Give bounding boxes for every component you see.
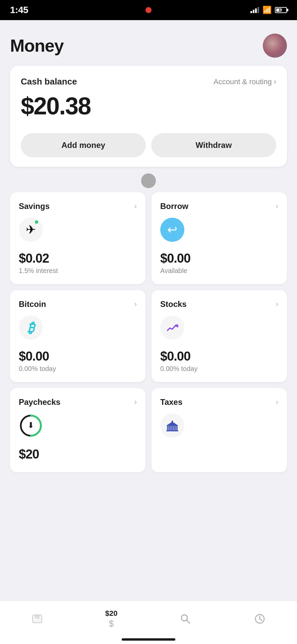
borrow-subtitle: Available [160,267,278,275]
nav-item-home[interactable] [24,610,50,627]
nav-item-history[interactable] [247,610,273,627]
recording-indicator [145,7,152,13]
taxes-card[interactable]: Taxes › [152,388,287,472]
battery-icon: 62 [275,7,287,13]
svg-rect-10 [166,430,178,431]
stocks-subtitle: 0.00% today [160,365,278,373]
add-money-button[interactable]: Add money [21,133,146,157]
status-time: 1:45 [10,5,28,15]
dollar-icon: $ [106,619,117,629]
bitcoin-amount: $0.00 [19,349,137,364]
savings-icon-wrap: ✈ [19,218,43,242]
signal-icon [250,7,259,13]
svg-rect-13 [35,615,40,619]
savings-card-title: Savings [19,202,50,211]
wifi-icon: 📶 [262,6,272,14]
stocks-chart-icon [166,322,178,334]
savings-card-header: Savings › [19,202,137,211]
taxes-icon-wrap [160,414,184,438]
scroll-indicator [10,173,287,188]
borrow-amount: $0.00 [160,251,278,266]
avatar[interactable] [263,34,287,58]
savings-borrow-grid: Savings › ✈ $0.02 1.5% interest Borrow ›… [10,192,287,284]
borrow-card-title: Borrow [160,202,188,211]
home-indicator [122,638,175,641]
paychecks-icon-wrap: ⬇ [19,414,43,438]
stocks-amount: $0.00 [160,349,278,364]
paychecks-progress-icon: ⬇ [19,414,43,438]
bottom-nav: $20 $ [0,601,297,644]
home-icon [31,612,44,625]
taxes-card-header: Taxes › [160,397,278,407]
scroll-dot [141,173,156,188]
svg-rect-9 [172,421,173,422]
svg-rect-6 [173,426,174,430]
svg-text:$: $ [109,619,114,629]
cash-balance-card: Cash balance Account & routing › $20.38 … [10,66,287,167]
bitcoin-card[interactable]: Bitcoin › ₿ $0.00 0.00% today [10,290,145,382]
paychecks-chevron-icon: › [134,398,137,407]
paychecks-taxes-grid: Paychecks › ⬇ $20 Taxes › [10,388,287,472]
history-icon [253,612,266,625]
paychecks-card[interactable]: Paychecks › ⬇ $20 [10,388,145,472]
paychecks-amount: $20 [19,447,137,462]
borrow-chevron-icon: › [276,202,278,211]
account-routing-chevron: › [274,77,276,86]
airplane-icon: ✈ [26,223,36,237]
paychecks-card-header: Paychecks › [19,397,137,407]
savings-amount: $0.02 [19,251,137,266]
status-notch [112,2,185,18]
status-icons: 📶 62 [250,6,287,14]
bitcoin-chevron-icon: › [134,300,137,309]
svg-rect-7 [175,426,177,430]
bitcoin-card-title: Bitcoin [19,300,46,309]
cash-actions: Add money Withdraw [21,133,276,157]
bitcoin-card-header: Bitcoin › [19,300,137,309]
savings-active-dot [35,220,38,224]
stocks-card-title: Stocks [160,300,187,309]
search-icon [179,612,192,625]
svg-text:⬇: ⬇ [27,421,34,430]
taxes-card-title: Taxes [160,397,182,407]
app-content: Money Cash balance Account & routing › $… [0,20,297,472]
svg-rect-5 [170,426,172,430]
withdraw-button[interactable]: Withdraw [151,133,276,157]
borrow-card[interactable]: Borrow › ↩ $0.00 Available [152,192,287,284]
bitcoin-stocks-grid: Bitcoin › ₿ $0.00 0.00% today Stocks › $… [10,290,287,382]
borrow-card-header: Borrow › [160,202,278,211]
cash-balance-label: Cash balance [21,76,77,87]
borrow-icon-wrap: ↩ [160,218,184,242]
svg-line-16 [187,620,190,623]
stocks-card-header: Stocks › [160,300,278,309]
bitcoin-icon-wrap: ₿ [19,316,43,340]
page-title: Money [10,36,64,56]
bitcoin-icon: ₿ [27,320,34,335]
bitcoin-subtitle: 0.00% today [19,365,137,373]
cash-amount: $20.38 [21,92,276,120]
borrow-arrow-icon: ↩ [167,223,177,237]
savings-chevron-icon: › [134,202,137,211]
status-bar: 1:45 📶 62 [0,0,297,20]
header: Money [10,27,287,66]
government-building-icon [166,420,179,432]
stocks-card[interactable]: Stocks › $0.00 0.00% today [152,290,287,382]
savings-card[interactable]: Savings › ✈ $0.02 1.5% interest [10,192,145,284]
cash-balance-top: Cash balance Account & routing › [21,76,276,87]
stocks-icon-wrap [160,316,184,340]
svg-line-19 [260,619,262,621]
account-routing-label: Account & routing [214,77,272,86]
savings-subtitle: 1.5% interest [19,267,137,275]
nav-balance: $20 [105,609,118,618]
account-routing-button[interactable]: Account & routing › [214,77,276,86]
taxes-chevron-icon: › [276,398,278,407]
paychecks-card-title: Paychecks [19,397,60,407]
nav-item-money[interactable]: $20 $ [99,607,124,631]
svg-rect-4 [168,426,169,430]
stocks-chevron-icon: › [276,300,278,309]
nav-item-search[interactable] [172,610,198,627]
